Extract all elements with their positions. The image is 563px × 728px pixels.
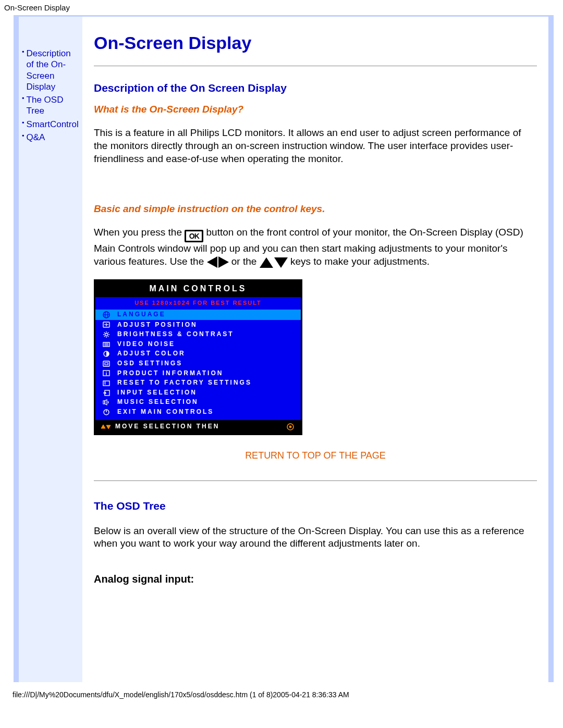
osd-label: PRODUCT INFORMATION (117, 369, 223, 378)
main-content: On-Screen Display Description of the On … (82, 17, 548, 682)
globe-icon (102, 311, 111, 319)
svg-line-11 (104, 332, 105, 333)
sidebar-link[interactable]: Description of the On-Screen Display (27, 48, 79, 92)
footer-file-path: file:///D|/My%20Documents/dfu/X_model/en… (0, 688, 563, 704)
svg-point-36 (289, 426, 291, 428)
reset-icon (102, 379, 111, 387)
up-down-icon (101, 423, 111, 431)
content-frame: • Description of the On-Screen Display •… (14, 15, 554, 682)
sidebar-link[interactable]: SmartControl (27, 119, 79, 130)
sidebar-item-osd-tree[interactable]: • The OSD Tree (22, 94, 79, 117)
svg-text:i: i (106, 371, 107, 376)
osd-label: BRIGHTNESS & CONTRAST (117, 330, 234, 339)
header-label: On-Screen Display (0, 0, 563, 15)
arrow-down-icon (274, 257, 288, 268)
divider (94, 66, 537, 66)
info-icon: i (102, 369, 111, 377)
osd-item-input-selection: INPUT SELECTION (102, 388, 295, 398)
osd-panel: MAIN CONTROLS USE 1280x1024 FOR BEST RES… (94, 279, 302, 435)
osd-item-exit: EXIT MAIN CONTROLS (102, 407, 295, 417)
sidebar-item-description[interactable]: • Description of the On-Screen Display (22, 48, 79, 92)
osd-label: MUSIC SELECTION (117, 398, 199, 406)
text-fragment: When you press the (94, 227, 185, 238)
bullet-icon: • (22, 132, 25, 141)
osd-label: VIDEO NOISE (117, 340, 175, 349)
svg-line-13 (108, 332, 108, 333)
sidebar-item-smartcontrol[interactable]: • SmartControl (22, 119, 79, 130)
sidebar-item-qa[interactable]: • Q&A (22, 132, 79, 143)
text-fragment: or the (231, 256, 260, 267)
page-title: On-Screen Display (94, 31, 537, 54)
osd-item-video-noise: VIDEO NOISE (102, 339, 295, 349)
svg-line-12 (108, 336, 108, 337)
osd-titlebar: MAIN CONTROLS (95, 281, 301, 297)
section-title-osd-tree: The OSD Tree (94, 499, 537, 513)
osd-label: EXIT MAIN CONTROLS (117, 408, 214, 416)
osd-label: LANGUAGE (117, 311, 166, 319)
osd-footer-text: MOVE SELECTION THEN (115, 423, 219, 431)
osd-label: INPUT SELECTION (117, 389, 197, 397)
osd-label: RESET TO FACTORY SETTINGS (117, 379, 252, 387)
text-fragment: keys to make your adjustments. (290, 256, 430, 267)
svg-point-6 (105, 333, 108, 336)
osd-item-adjust-position: ADJUST POSITION (102, 320, 295, 330)
osd-item-brightness: BRIGHTNESS & CONTRAST (102, 330, 295, 340)
osd-label: ADJUST COLOR (117, 350, 186, 358)
osd-body: LANGUAGE ADJUST POSITION BRIGHTNESS & CO… (95, 309, 301, 420)
osd-item-product-info: i PRODUCT INFORMATION (102, 368, 295, 378)
osd-item-adjust-color: ADJUST COLOR (102, 349, 295, 359)
svg-rect-21 (105, 363, 108, 365)
position-icon (102, 321, 111, 329)
svg-line-14 (104, 336, 105, 337)
osd-item-music-selection: MUSIC SELECTION (102, 398, 295, 408)
arrow-left-icon (207, 256, 217, 268)
divider (94, 480, 537, 481)
arrow-up-icon (260, 257, 273, 268)
paragraph: This is a feature in all Philips LCD mon… (94, 127, 537, 165)
osd-footer: MOVE SELECTION THEN (95, 420, 301, 434)
sidebar-link[interactable]: Q&A (27, 132, 45, 143)
ok-button-icon: OK (185, 230, 203, 242)
brightness-icon (102, 330, 111, 338)
settings-icon (102, 360, 111, 367)
osd-label: ADJUST POSITION (117, 321, 198, 329)
svg-rect-24 (103, 381, 109, 386)
music-icon (102, 399, 111, 406)
up-down-arrows-icon (260, 257, 288, 268)
osd-label: OSD SETTINGS (117, 360, 182, 368)
ok-circle-icon (285, 423, 296, 431)
return-to-top-link[interactable]: RETURN TO TOP OF THE PAGE (94, 450, 537, 462)
svg-rect-20 (103, 361, 109, 366)
section-title-description: Description of the On Screen Display (94, 81, 537, 95)
osd-item-language: LANGUAGE (95, 310, 301, 320)
arrow-right-icon (218, 256, 229, 268)
color-icon (102, 350, 111, 358)
sidebar: • Description of the On-Screen Display •… (19, 17, 82, 682)
osd-item-osd-settings: OSD SETTINGS (102, 359, 295, 368)
svg-marker-33 (101, 425, 105, 428)
subheading-what-is: What is the On-Screen Display? (94, 103, 537, 116)
exit-icon (102, 408, 111, 416)
paragraph: Below is an overall view of the structur… (94, 525, 537, 550)
bullet-icon: • (22, 119, 25, 128)
osd-item-reset: RESET TO FACTORY SETTINGS (102, 378, 295, 388)
bullet-icon: • (22, 94, 25, 103)
analog-signal-heading: Analog signal input: (94, 572, 537, 586)
svg-marker-34 (106, 425, 111, 429)
left-right-arrows-icon (207, 256, 229, 268)
paragraph: When you press the OK button on the fron… (94, 226, 537, 268)
input-icon (102, 389, 111, 397)
noise-icon (102, 340, 111, 348)
sidebar-link[interactable]: The OSD Tree (27, 94, 79, 117)
subheading-basic-instruction: Basic and simple instruction on the cont… (94, 203, 537, 216)
bullet-icon: • (22, 48, 25, 57)
svg-marker-30 (105, 400, 107, 405)
osd-resolution-hint: USE 1280x1024 FOR BEST RESULT (95, 297, 301, 309)
